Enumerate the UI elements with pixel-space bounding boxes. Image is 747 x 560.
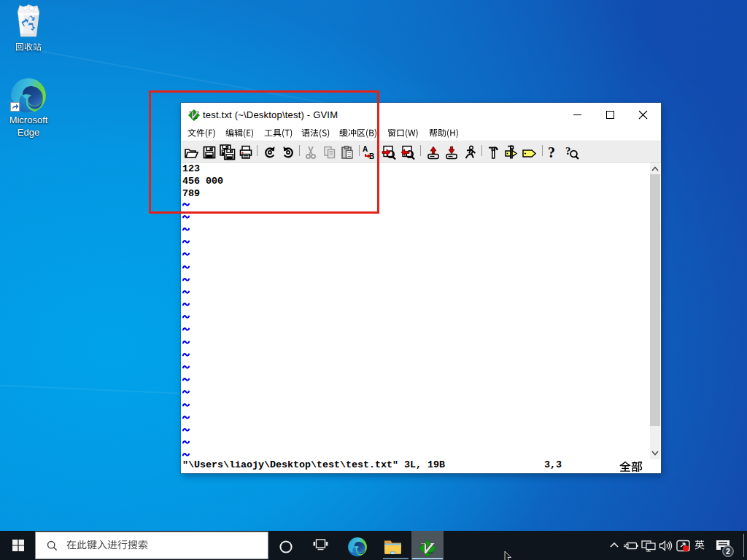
svg-text:?: ?: [565, 145, 571, 157]
svg-text:?: ?: [548, 144, 555, 160]
svg-text:2: 2: [726, 547, 730, 556]
